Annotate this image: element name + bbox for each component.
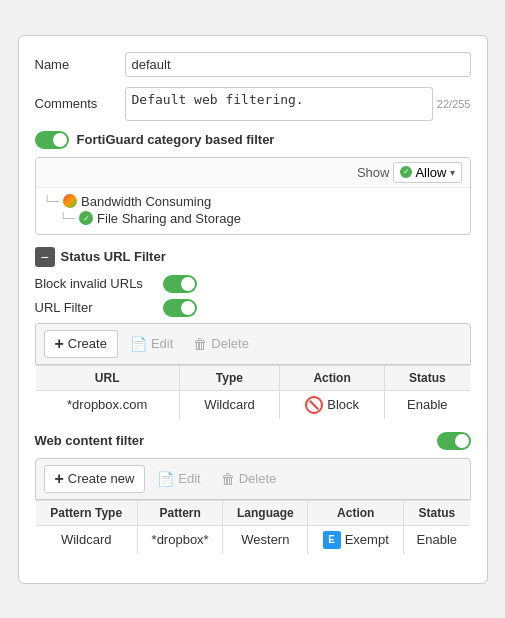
web-content-toggle[interactable] — [437, 432, 471, 450]
url-filter-toggle[interactable] — [163, 299, 197, 317]
exempt-action: Exempt — [316, 531, 395, 549]
bandwidth-icon — [63, 194, 77, 208]
bandwidth-label: Bandwidth Consuming — [81, 194, 211, 209]
url-toolbar: + Create 📄 Edit 🗑 Delete — [35, 323, 471, 365]
col-language: Language — [223, 500, 308, 525]
cell-action: Exempt — [308, 525, 404, 554]
status-url-header: Status URL Filter — [35, 247, 471, 267]
block-action: Block — [288, 396, 376, 414]
delete-button[interactable]: 🗑 Delete — [185, 330, 257, 358]
url-filter-row: URL Filter — [35, 299, 471, 317]
tree-item-file: └─ File Sharing and Storage — [60, 211, 462, 226]
show-bar: Show Allow ▾ — [36, 158, 470, 188]
web-delete-label: Delete — [239, 471, 277, 486]
col-status: Status — [404, 500, 470, 525]
block-invalid-toggle[interactable] — [163, 275, 197, 293]
minus-icon — [35, 247, 55, 267]
web-content-title: Web content filter — [35, 433, 145, 448]
cell-action: Block — [280, 390, 385, 419]
cell-url: *dropbox.com — [35, 390, 179, 419]
block-invalid-label: Block invalid URLs — [35, 276, 155, 291]
web-content-row: Web content filter — [35, 432, 471, 450]
filter-tree: └─ Bandwidth Consuming └─ File Sharing a… — [36, 188, 470, 234]
show-label: Show — [357, 165, 390, 180]
url-filter-label: URL Filter — [35, 300, 155, 315]
create-new-button[interactable]: + Create new — [44, 465, 146, 493]
table-row[interactable]: *dropbox.com Wildcard Block Enable — [35, 390, 470, 419]
col-status: Status — [385, 365, 470, 390]
cell-language: Western — [223, 525, 308, 554]
allow-badge[interactable]: Allow ▾ — [393, 162, 461, 183]
fortiguard-title: FortiGuard category based filter — [77, 132, 275, 147]
url-table: URL Type Action Status *dropbox.com Wild… — [35, 365, 471, 420]
file-sharing-icon — [79, 211, 93, 225]
edit-button[interactable]: 📄 Edit — [122, 330, 181, 358]
tree-connector: └─ — [44, 195, 60, 207]
block-icon — [305, 396, 323, 414]
plus-icon-2: + — [55, 470, 64, 488]
url-table-header: URL Type Action Status — [35, 365, 470, 390]
allow-label: Allow — [415, 165, 446, 180]
fortiguard-header: FortiGuard category based filter — [35, 131, 471, 149]
create-button[interactable]: + Create — [44, 330, 118, 358]
exempt-icon — [323, 531, 341, 549]
comments-input[interactable]: Default web filtering. — [125, 87, 433, 121]
file-sharing-label: File Sharing and Storage — [97, 211, 241, 226]
chevron-down-icon: ▾ — [450, 167, 455, 178]
name-label: Name — [35, 57, 125, 72]
col-action: Action — [308, 500, 404, 525]
cell-pattern: *dropbox* — [137, 525, 222, 554]
block-invalid-row: Block invalid URLs — [35, 275, 471, 293]
web-delete-button[interactable]: 🗑 Delete — [213, 465, 285, 493]
status-url-title: Status URL Filter — [61, 249, 166, 264]
delete-icon: 🗑 — [193, 336, 207, 352]
tree-item-bandwidth: └─ Bandwidth Consuming — [44, 194, 462, 209]
allow-dot-icon — [400, 166, 412, 178]
web-content-toolbar: + Create new 📄 Edit 🗑 Delete — [35, 458, 471, 500]
web-edit-icon: 📄 — [157, 471, 174, 487]
col-type: Type — [179, 365, 279, 390]
col-pattern: Pattern — [137, 500, 222, 525]
fortiguard-filter-box: Show Allow ▾ └─ Bandwidth Consuming └─ F… — [35, 157, 471, 235]
comments-row: Comments Default web filtering. 22/255 — [35, 87, 471, 121]
create-label: Create — [68, 336, 107, 351]
web-delete-icon: 🗑 — [221, 471, 235, 487]
cell-pattern-type: Wildcard — [35, 525, 137, 554]
web-edit-button[interactable]: 📄 Edit — [149, 465, 208, 493]
char-count: 22/255 — [437, 98, 471, 110]
comments-label: Comments — [35, 96, 125, 111]
col-url: URL — [35, 365, 179, 390]
tree-connector-2: └─ — [60, 212, 76, 224]
exempt-label: Exempt — [345, 532, 389, 547]
web-table-header: Pattern Type Pattern Language Action Sta… — [35, 500, 470, 525]
edit-label: Edit — [151, 336, 173, 351]
web-content-table: Pattern Type Pattern Language Action Sta… — [35, 500, 471, 555]
main-panel: Name Comments Default web filtering. 22/… — [18, 35, 488, 584]
cell-status: Enable — [404, 525, 470, 554]
block-label: Block — [327, 397, 359, 412]
plus-icon: + — [55, 335, 64, 353]
table-row[interactable]: Wildcard *dropbox* Western Exempt Enable — [35, 525, 470, 554]
web-edit-label: Edit — [178, 471, 200, 486]
col-action: Action — [280, 365, 385, 390]
name-input[interactable] — [125, 52, 471, 77]
create-new-label: Create new — [68, 471, 134, 486]
delete-label: Delete — [211, 336, 249, 351]
cell-type: Wildcard — [179, 390, 279, 419]
cell-status: Enable — [385, 390, 470, 419]
edit-icon: 📄 — [130, 336, 147, 352]
col-pattern-type: Pattern Type — [35, 500, 137, 525]
name-row: Name — [35, 52, 471, 77]
fortiguard-toggle[interactable] — [35, 131, 69, 149]
